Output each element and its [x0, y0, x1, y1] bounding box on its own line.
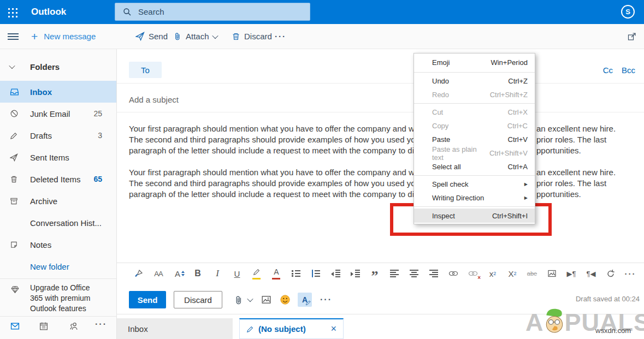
tab-no-subject[interactable]: (No subject) ×: [239, 318, 344, 339]
sidebar-item-junk-email[interactable]: Junk Email 25: [0, 103, 116, 124]
menu-item-writing-direction[interactable]: Writing Direction ▶: [414, 191, 535, 205]
open-in-new-window-button[interactable]: [628, 24, 636, 49]
font-icon[interactable]: [149, 263, 168, 284]
discard-command[interactable]: Discard: [232, 24, 272, 49]
menu-divider: [414, 206, 535, 207]
format-painter-icon[interactable]: [129, 263, 149, 284]
quote-icon[interactable]: [365, 263, 385, 284]
menu-item-copy: Copy Ctrl+C: [414, 119, 535, 133]
field-divider: [117, 83, 644, 84]
new-message-label: New message: [44, 32, 96, 41]
menu-item-undo[interactable]: Undo Ctrl+Z: [414, 74, 535, 88]
top-app-bar: Outlook Search S: [0, 0, 644, 24]
chevron-down-icon[interactable]: [212, 32, 218, 38]
link-icon[interactable]: [444, 263, 463, 284]
sidebar-item-archive[interactable]: Archive: [0, 190, 116, 212]
send-command-label: Send: [149, 32, 168, 41]
context-menu: Emoji Win+Period Undo Ctrl+Z Redo Ctrl+S…: [413, 53, 535, 224]
menu-item-spell-check[interactable]: Spell check ▶: [414, 177, 535, 191]
body-text-line[interactable]: pportunities.: [536, 145, 581, 156]
undo-icon[interactable]: [601, 263, 621, 284]
show-formatting-toggle[interactable]: A: [298, 291, 312, 308]
italic-icon[interactable]: [208, 263, 227, 284]
insert-picture-icon[interactable]: [261, 291, 271, 308]
menu-item-paste[interactable]: Paste Ctrl+V: [414, 133, 535, 146]
indent-icon[interactable]: [345, 263, 365, 284]
highlight-icon[interactable]: [247, 263, 267, 284]
outdent-icon[interactable]: [326, 263, 345, 284]
more-modules-button[interactable]: ···: [95, 319, 107, 329]
bold-icon[interactable]: [188, 263, 208, 284]
people-module-icon[interactable]: [69, 322, 79, 331]
left-to-right-icon[interactable]: [562, 263, 581, 284]
body-text-line[interactable]: an excellent new hire.: [536, 167, 616, 178]
skype-icon[interactable]: S: [621, 5, 635, 19]
body-text-line[interactable]: prior roles. The last: [536, 178, 606, 189]
new-folder-link[interactable]: New folder: [0, 255, 116, 277]
numbered-list-icon[interactable]: [306, 263, 326, 284]
send-button[interactable]: Send: [129, 291, 166, 308]
sidebar-item-notes[interactable]: Notes: [0, 234, 116, 255]
sidebar-item-sent-items[interactable]: Sent Items: [0, 146, 116, 168]
shortcut-label: Ctrl+A: [508, 163, 528, 171]
align-left-icon[interactable]: [385, 263, 404, 284]
bcc-link[interactable]: Bcc: [622, 66, 635, 75]
folders-header[interactable]: Folders: [0, 56, 116, 78]
attach-command[interactable]: Attach: [173, 24, 217, 49]
bullet-list-icon[interactable]: [286, 263, 306, 284]
calendar-module-icon[interactable]: [39, 322, 49, 331]
shortcut-label: Ctrl+Shift+V: [489, 149, 528, 157]
submenu-arrow-icon: ▶: [524, 182, 528, 187]
new-message-button[interactable]: New message: [31, 24, 96, 49]
shortcut-label: Win+Period: [491, 58, 528, 67]
premium-diamond-icon: [10, 285, 20, 294]
chevron-down-icon[interactable]: [248, 291, 252, 308]
insert-image-icon[interactable]: [542, 263, 562, 284]
body-text-line[interactable]: pportunities.: [536, 189, 581, 200]
menu-item-select-all[interactable]: Select all Ctrl+A: [414, 160, 535, 174]
align-right-icon[interactable]: [424, 263, 444, 284]
sidebar-item-inbox[interactable]: Inbox: [0, 81, 116, 103]
subject-input[interactable]: Add a subject: [129, 92, 179, 108]
unlink-icon[interactable]: ×: [463, 263, 483, 284]
font-size-icon[interactable]: [168, 263, 188, 284]
upgrade-promo-link[interactable]: Upgrade to Office 365 with premium Outlo…: [30, 283, 104, 314]
right-to-left-icon[interactable]: [581, 263, 601, 284]
menu-divider: [414, 175, 535, 176]
strikethrough-icon[interactable]: [522, 263, 542, 284]
underline-icon[interactable]: [227, 263, 247, 284]
block-icon: [10, 109, 20, 118]
menu-item-emoji[interactable]: Emoji Win+Period: [414, 55, 535, 70]
attach-file-icon[interactable]: [234, 291, 244, 308]
body-text-line[interactable]: prior roles. The last: [536, 134, 606, 145]
paperclip-icon: [173, 32, 182, 41]
subscript-icon[interactable]: X2: [503, 263, 522, 284]
mail-module-icon[interactable]: [10, 322, 20, 331]
emoji-icon[interactable]: [280, 291, 291, 308]
formatting-toolbar: A × x2 X2 ···: [117, 263, 644, 284]
font-color-icon[interactable]: A: [267, 263, 286, 284]
to-button[interactable]: To: [129, 62, 162, 78]
discard-button[interactable]: Discard: [174, 291, 222, 308]
body-text-line[interactable]: an excellent new hire.: [536, 123, 616, 134]
superscript-icon[interactable]: x2: [483, 263, 503, 284]
appuals-watermark: A PUALS wsxdn.com: [525, 301, 644, 339]
compose-pane: To Cc Bcc Add a subject Your first parag…: [117, 49, 644, 339]
close-tab-icon[interactable]: ×: [330, 323, 336, 335]
sidebar-item-deleted-items[interactable]: Deleted Items 65: [0, 168, 116, 190]
send-command[interactable]: Send: [135, 24, 168, 49]
hamburger-menu-icon[interactable]: [8, 33, 19, 40]
watermark-letter: A: [525, 310, 544, 335]
sidebar-item-drafts[interactable]: Drafts 3: [0, 124, 116, 146]
more-options-button[interactable]: ···: [320, 291, 332, 308]
menu-item-inspect[interactable]: Inspect Ctrl+Shift+I: [414, 209, 535, 223]
app-launcher-icon[interactable]: [7, 7, 18, 18]
more-commands-button[interactable]: ···: [275, 24, 286, 49]
align-center-icon[interactable]: [404, 263, 424, 284]
sidebar-item-conversation-history[interactable]: Conversation Hist...: [0, 212, 116, 234]
search-input[interactable]: Search: [115, 3, 310, 21]
popout-icon: [628, 32, 636, 41]
cc-link[interactable]: Cc: [603, 66, 613, 75]
tab-inbox[interactable]: Inbox: [117, 318, 233, 339]
more-formatting-button[interactable]: ···: [621, 263, 640, 284]
